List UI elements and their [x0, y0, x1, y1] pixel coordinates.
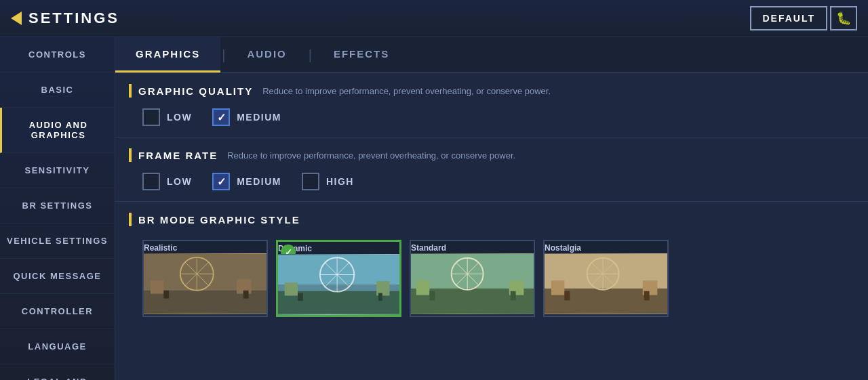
graphic-medium-label: MEDIUM [237, 112, 281, 123]
frame-medium-label: MEDIUM [237, 176, 281, 187]
svg-rect-21 [298, 293, 303, 301]
bug-report-button[interactable]: 🐛 [830, 6, 857, 30]
svg-rect-19 [285, 282, 298, 295]
frame-low-checkbox[interactable] [142, 173, 160, 190]
tabs-bar: GRAPHICS|AUDIO|EFFECTS [115, 37, 868, 73]
sidebar-item-basic[interactable]: BASIC [0, 72, 115, 108]
graphic-medium-checkbox[interactable] [212, 108, 230, 126]
sidebar-item-language[interactable]: LANGUAGE [0, 329, 115, 364]
style-image-realistic [144, 253, 267, 314]
graphic-low-checkbox[interactable] [142, 108, 160, 126]
section-indicator-2 [129, 148, 132, 162]
graphic-quality-desc: Reduce to improve performance, prevent o… [262, 86, 551, 96]
svg-rect-33 [429, 291, 435, 301]
br-mode-title: BR MODE GRAPHIC STYLE [138, 214, 300, 226]
tab-divider: | [307, 37, 313, 72]
sidebar-item-vehicle-settings[interactable]: VEHICLE SETTINGS [0, 224, 115, 259]
svg-rect-45 [564, 291, 570, 301]
frame-medium-option[interactable]: MEDIUM [212, 173, 281, 190]
style-image-standard [411, 253, 534, 314]
settings-content: GRAPHIC QUALITY Reduce to improve perfor… [115, 73, 868, 380]
header: SETTINGS DEFAULT 🐛 [0, 0, 868, 37]
style-card-dynamic[interactable]: ✓ Dynamic [276, 240, 401, 317]
frame-rate-title: FRAME RATE [138, 150, 218, 161]
section-indicator-3 [129, 213, 132, 226]
style-card-nostalgia[interactable]: Nostalgia [543, 240, 669, 317]
graphic-quality-options: LOW MEDIUM [129, 108, 854, 126]
tab-effects[interactable]: EFFECTS [313, 37, 410, 72]
br-mode-header: BR MODE GRAPHIC STYLE [129, 213, 854, 226]
default-button[interactable]: DEFAULT [750, 6, 827, 30]
frame-low-label: LOW [167, 176, 192, 187]
svg-rect-13 [278, 255, 399, 284]
graphic-low-label: LOW [167, 112, 192, 123]
svg-rect-9 [163, 291, 169, 299]
svg-rect-7 [151, 280, 164, 294]
sidebar-item-quick-message[interactable]: QUICK MESSAGE [0, 259, 115, 294]
frame-rate-options: LOW MEDIUM HIGH [129, 173, 854, 190]
sidebar-item-controls[interactable]: CONTROLS [0, 37, 115, 72]
tab-graphics[interactable]: GRAPHICS [115, 37, 220, 72]
sidebar-item-br-settings[interactable]: BR SETTINGS [0, 188, 115, 224]
frame-rate-desc: Reduce to improve performance, prevent o… [227, 150, 515, 161]
frame-high-option[interactable]: HIGH [302, 173, 354, 190]
graphic-low-option[interactable]: LOW [142, 108, 192, 126]
sidebar-item-sensitivity[interactable]: SENSITIVITY [0, 153, 115, 188]
frame-rate-header: FRAME RATE Reduce to improve performance… [129, 148, 854, 162]
page-title: SETTINGS [28, 9, 119, 27]
graphic-quality-header: GRAPHIC QUALITY Reduce to improve perfor… [129, 84, 854, 98]
svg-rect-10 [243, 291, 249, 299]
graphic-medium-option[interactable]: MEDIUM [212, 108, 281, 126]
sidebar-item-controller[interactable]: CONTROLLER [0, 294, 115, 329]
content-area: GRAPHICS|AUDIO|EFFECTS GRAPHIC QUALITY R… [115, 37, 868, 380]
sidebar: CONTROLSBASICAUDIO AND GRAPHICSSENSITIVI… [0, 37, 115, 380]
header-actions: DEFAULT 🐛 [750, 6, 857, 30]
style-cards: Realistic [129, 240, 854, 317]
svg-rect-34 [511, 291, 516, 301]
frame-rate-section: FRAME RATE Reduce to improve performance… [115, 138, 868, 202]
frame-medium-checkbox[interactable] [212, 173, 230, 190]
style-card-standard[interactable]: Standard [410, 240, 535, 317]
sidebar-item-audio-and-graphics[interactable]: AUDIO AND GRAPHICS [0, 108, 115, 153]
svg-rect-22 [378, 293, 382, 301]
main-layout: CONTROLSBASICAUDIO AND GRAPHICSSENSITIVI… [0, 37, 868, 380]
back-button[interactable]: SETTINGS [11, 9, 119, 27]
style-image-nostalgia [545, 253, 667, 314]
back-arrow-icon [11, 12, 22, 25]
svg-rect-43 [551, 280, 565, 295]
graphic-quality-section: GRAPHIC QUALITY Reduce to improve perfor… [115, 73, 868, 138]
svg-rect-46 [644, 291, 650, 301]
bug-icon: 🐛 [836, 11, 851, 26]
tab-divider: | [220, 37, 226, 72]
graphic-quality-title: GRAPHIC QUALITY [138, 85, 253, 97]
frame-low-option[interactable]: LOW [142, 173, 192, 190]
style-image-dynamic [278, 254, 399, 315]
svg-rect-31 [416, 280, 430, 295]
sidebar-item-legal-and-privacy[interactable]: LEGAL AND PRIVACY [0, 364, 115, 380]
br-mode-graphic-style-section: BR MODE GRAPHIC STYLE Realistic [115, 202, 868, 331]
tab-audio[interactable]: AUDIO [226, 37, 307, 72]
frame-high-label: HIGH [326, 176, 354, 187]
frame-high-checkbox[interactable] [302, 173, 319, 190]
style-card-realistic[interactable]: Realistic [142, 240, 268, 317]
section-indicator [129, 84, 132, 98]
